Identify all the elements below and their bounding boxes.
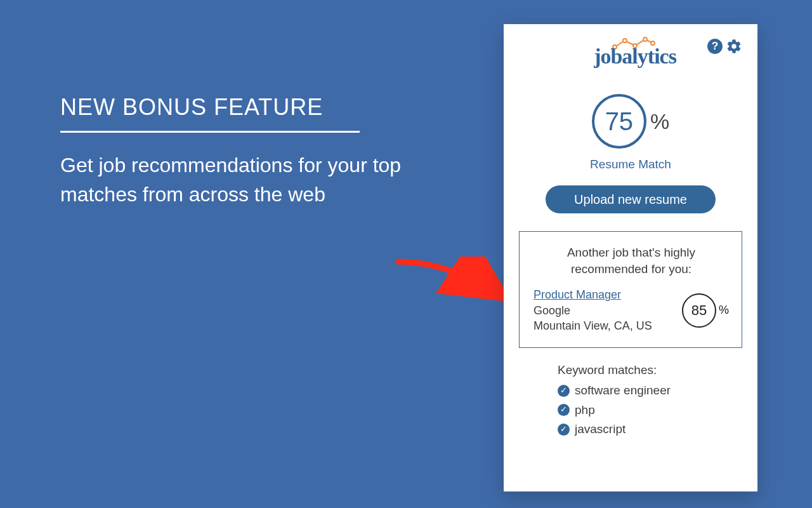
help-icon[interactable]: ? — [707, 38, 723, 55]
panel-header: jobalytics ? — [519, 38, 742, 67]
keyword-text: php — [575, 401, 595, 420]
keyword-item: ✓ software engineer — [558, 381, 704, 400]
resume-match-score: 75 — [592, 94, 646, 149]
recommended-job-location: Mountain View, CA, US — [534, 318, 652, 333]
resume-match-block: 75 % Resume Match — [519, 94, 742, 171]
svg-point-3 — [643, 37, 647, 41]
brand-logo: jobalytics — [594, 44, 676, 69]
check-icon: ✓ — [558, 385, 570, 397]
recommended-job-score: 85 — [682, 293, 716, 328]
svg-point-1 — [623, 39, 627, 43]
recommended-job-title-link[interactable]: Product Manager — [534, 288, 621, 301]
promo-divider — [60, 131, 360, 133]
recommendation-box: Another job that's highly recommended fo… — [519, 231, 742, 348]
recommended-job-company: Google — [534, 303, 652, 318]
promo-heading: NEW BONUS FEATURE — [60, 94, 416, 121]
keyword-item: ✓ javascript — [558, 420, 704, 439]
percent-symbol: % — [650, 109, 669, 134]
check-icon: ✓ — [558, 424, 570, 436]
keyword-matches-block: Keyword matches: ✓ software engineer ✓ p… — [558, 363, 704, 439]
promo-block: NEW BONUS FEATURE Get job recommendation… — [60, 94, 416, 210]
arrow-annotation — [393, 257, 514, 339]
extension-panel: jobalytics ? 75 % Resume Match Upload ne… — [504, 24, 757, 491]
keyword-text: software engineer — [575, 381, 671, 400]
keyword-item: ✓ php — [558, 401, 704, 420]
gear-icon[interactable] — [726, 38, 742, 55]
percent-symbol: % — [719, 304, 729, 317]
recommendation-heading: Another job that's highly recommended fo… — [534, 244, 729, 277]
svg-text:?: ? — [712, 39, 719, 52]
resume-match-label: Resume Match — [519, 157, 742, 171]
keyword-text: javascript — [575, 420, 625, 439]
promo-subtext: Get job recommendations for your top mat… — [60, 150, 416, 210]
upload-resume-button[interactable]: Upload new resume — [546, 185, 716, 213]
keyword-matches-heading: Keyword matches: — [558, 363, 704, 377]
check-icon: ✓ — [558, 404, 570, 416]
